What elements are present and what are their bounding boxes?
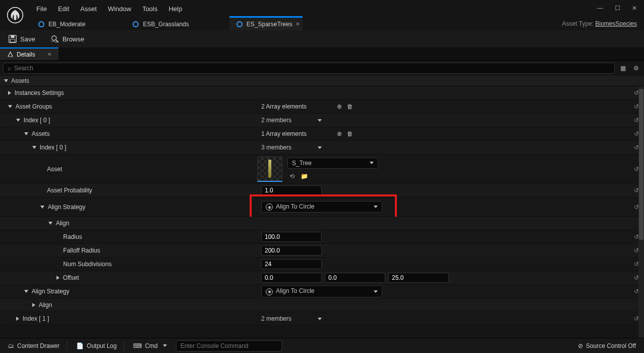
- close-panel-icon[interactable]: ✕: [47, 52, 51, 57]
- section-assets[interactable]: Assets: [0, 76, 644, 86]
- source-control-button[interactable]: ⊘Source Control Off: [574, 341, 640, 351]
- label: Instances Settings: [15, 89, 64, 96]
- dropdown-value: Align To Circle: [276, 203, 314, 210]
- use-selected-icon[interactable]: ⟲: [287, 172, 297, 181]
- row-align-strategy: Align Strategy ◉Align To Circle ↺: [0, 197, 644, 217]
- offset-z-input[interactable]: [388, 273, 449, 283]
- expand-icon[interactable]: [8, 105, 12, 108]
- row-index-1[interactable]: Index [ 1 ] 2 members ↺: [0, 312, 644, 326]
- details-label: Details: [17, 51, 35, 58]
- row-radius: Radius ↺: [0, 230, 644, 244]
- probability-input[interactable]: [261, 185, 322, 195]
- label: Num Subdivisions: [63, 261, 111, 268]
- expand-struct-icon[interactable]: [318, 146, 322, 149]
- expand-icon[interactable]: [4, 79, 8, 82]
- save-button[interactable]: Save: [4, 32, 39, 45]
- close-tab-icon[interactable]: ✕: [296, 21, 300, 27]
- offset-y-input[interactable]: [325, 273, 385, 283]
- radius-input[interactable]: [261, 232, 322, 242]
- row-assets-inner[interactable]: Assets 1 Array elements ⊕ 🗑 ↺: [0, 127, 644, 141]
- menu-window[interactable]: Window: [103, 3, 136, 15]
- tab-eb-moderate[interactable]: EB_Moderate: [31, 16, 95, 30]
- blueprint-icon: [133, 21, 139, 27]
- search-input[interactable]: [14, 65, 610, 72]
- expand-icon[interactable]: [32, 146, 36, 149]
- settings-icon[interactable]: ⚙: [631, 63, 641, 73]
- scrollbar[interactable]: [638, 86, 644, 338]
- label: Cmd: [145, 342, 157, 349]
- tab-esb-grasslands[interactable]: ESB_Grasslands: [126, 16, 199, 30]
- asset-type-label: Asset Type:: [562, 20, 593, 27]
- label: Asset: [47, 166, 62, 173]
- close-button[interactable]: ✕: [628, 3, 641, 13]
- menu-edit[interactable]: Edit: [53, 3, 74, 15]
- instance-icon: ◉: [266, 204, 273, 211]
- row-asset-groups[interactable]: Asset Groups 2 Array elements ⊕ 🗑 ↺: [0, 100, 644, 114]
- expand-icon[interactable]: [8, 91, 11, 95]
- align-strategy-dropdown[interactable]: ◉Align To Circle: [261, 201, 382, 213]
- align-strategy-dropdown-2[interactable]: ◉Align To Circle: [261, 285, 382, 297]
- tab-label: EB_Moderate: [48, 21, 85, 28]
- clear-array-icon[interactable]: 🗑: [347, 130, 353, 137]
- save-label: Save: [20, 35, 35, 43]
- add-element-icon[interactable]: ⊕: [337, 130, 342, 137]
- row-align-strategy-2: Align Strategy ◉Align To Circle ↺: [0, 285, 644, 298]
- instance-icon: ◉: [266, 288, 273, 295]
- expand-icon[interactable]: [24, 132, 28, 135]
- view-options-icon[interactable]: ▦: [618, 63, 628, 73]
- label: Content Drawer: [17, 342, 60, 349]
- asset-type-link[interactable]: BiomesSpecies: [595, 20, 637, 27]
- content-drawer-button[interactable]: 🗂Content Drawer: [4, 341, 67, 351]
- menu-asset[interactable]: Asset: [75, 3, 102, 15]
- expand-icon[interactable]: [40, 206, 44, 209]
- minimize-button[interactable]: —: [594, 3, 607, 13]
- row-align[interactable]: Align: [0, 217, 644, 230]
- expand-struct-icon[interactable]: [318, 318, 322, 320]
- expand-icon[interactable]: [24, 290, 28, 293]
- search-icon: ⌕: [8, 65, 11, 72]
- label: Radius: [63, 233, 82, 240]
- asset-dropdown[interactable]: S_Tree: [287, 158, 378, 169]
- falloff-input[interactable]: [261, 245, 322, 256]
- row-instances-settings[interactable]: Instances Settings ↺: [0, 86, 644, 100]
- subdivisions-input[interactable]: [261, 259, 322, 269]
- search-box[interactable]: ⌕: [3, 63, 615, 74]
- asset-name: S_Tree: [292, 160, 312, 167]
- menu-tools[interactable]: Tools: [137, 3, 162, 15]
- label: Align Strategy: [32, 288, 70, 295]
- label: Index [ 0 ]: [24, 117, 50, 124]
- expand-icon[interactable]: [16, 119, 20, 122]
- output-log-button[interactable]: 📄Output Log: [72, 341, 124, 351]
- tab-label: ESB_Grasslands: [143, 21, 189, 28]
- section-label: Assets: [11, 77, 29, 84]
- browse-to-icon[interactable]: 📁: [300, 172, 309, 181]
- browse-button[interactable]: Browse: [46, 32, 88, 45]
- label: Align: [39, 301, 52, 309]
- maximize-button[interactable]: ☐: [611, 3, 624, 13]
- offset-x-input[interactable]: [261, 273, 322, 283]
- add-element-icon[interactable]: ⊕: [337, 103, 342, 110]
- label: Index [ 1 ]: [23, 315, 49, 322]
- menu-help[interactable]: Help: [163, 3, 187, 15]
- cmd-dropdown[interactable]: ⌨Cmd: [129, 341, 170, 351]
- expand-struct-icon[interactable]: [318, 119, 322, 122]
- expand-icon[interactable]: [16, 317, 19, 321]
- tab-es-sparsetrees[interactable]: ES_SparseTrees ✕: [229, 16, 303, 30]
- details-tab[interactable]: Details ✕: [0, 47, 58, 60]
- scrollbar-thumb[interactable]: [639, 89, 643, 240]
- chevron-down-icon: [374, 290, 378, 293]
- expand-icon[interactable]: [48, 222, 52, 225]
- asset-thumbnail[interactable]: [257, 157, 282, 182]
- expand-icon[interactable]: [56, 276, 60, 280]
- row-align-2[interactable]: Align: [0, 298, 644, 312]
- row-index-0[interactable]: Index [ 0 ] 2 members ↺: [0, 114, 644, 127]
- row-asset: Asset S_Tree ⟲ 📁 ↺: [0, 155, 644, 184]
- member-count: 3 members: [261, 144, 291, 151]
- clear-array-icon[interactable]: 🗑: [347, 103, 353, 110]
- menu-file[interactable]: File: [31, 3, 52, 15]
- details-body: Instances Settings ↺ Asset Groups 2 Arra…: [0, 86, 644, 338]
- row-index-0b[interactable]: Index [ 0 ] 3 members ↺: [0, 141, 644, 155]
- console-input[interactable]: [176, 340, 282, 351]
- row-falloff-radius: Falloff Radius ↺: [0, 244, 644, 258]
- expand-icon[interactable]: [32, 303, 35, 307]
